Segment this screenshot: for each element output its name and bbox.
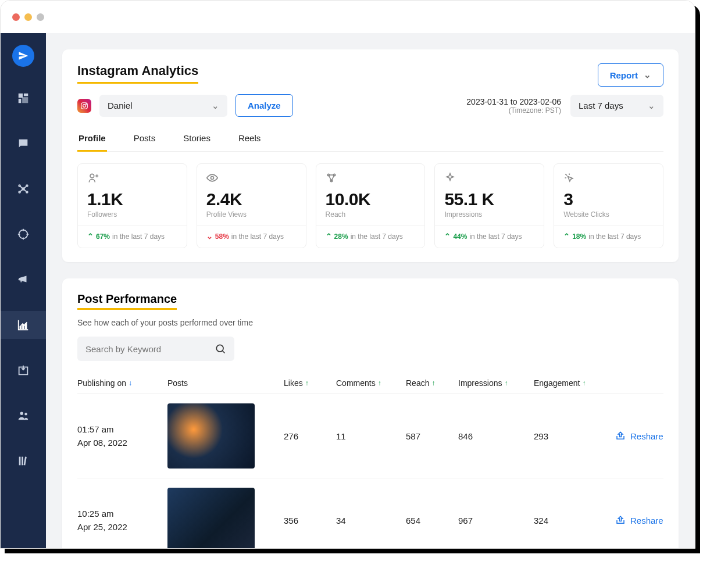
stat-value: 3 xyxy=(563,189,654,209)
profile-select[interactable]: Daniel ⌄ xyxy=(99,95,227,117)
search-field[interactable] xyxy=(85,344,202,354)
post-thumbnail xyxy=(167,488,255,548)
reshare-button[interactable]: Reshare xyxy=(615,515,679,525)
nav-inbox[interactable] xyxy=(1,356,46,384)
posts-table: Publishing on↓ Posts Likes↑ Comments↑ Re… xyxy=(77,373,663,548)
stat-period: in the last 7 days xyxy=(469,233,522,241)
nav-messages[interactable] xyxy=(1,130,46,158)
col-comments[interactable]: Comments↑ xyxy=(336,378,406,388)
report-button[interactable]: Report ⌄ xyxy=(598,63,663,87)
svg-point-23 xyxy=(24,413,27,416)
people-icon xyxy=(17,409,30,422)
cell-publishing: 10:25 am Apr 25, 2022 xyxy=(77,509,167,532)
timezone-text: (Timezone: PST) xyxy=(466,106,561,115)
cell-likes: 356 xyxy=(284,516,336,525)
sort-up-icon: ↑ xyxy=(504,379,508,387)
user-icon xyxy=(87,172,177,186)
analyze-button[interactable]: Analyze xyxy=(235,94,293,117)
cell-likes: 276 xyxy=(284,431,336,441)
stat-delta: 28% xyxy=(334,233,348,241)
stat-label: Reach xyxy=(326,210,416,219)
tab-reels[interactable]: Reels xyxy=(237,127,262,151)
window-close-icon[interactable] xyxy=(12,13,20,21)
grid-icon xyxy=(17,92,30,105)
sort-up-icon: ↑ xyxy=(378,379,381,387)
app-body: Instagram Analytics Report ⌄ Daniel ⌄ xyxy=(1,33,695,548)
table-row: 10:25 am Apr 25, 2022 356 34 654 967 324… xyxy=(77,478,663,548)
profile-select-value: Daniel xyxy=(108,101,133,110)
svg-rect-3 xyxy=(22,97,28,103)
table-row: 01:57 am Apr 08, 2022 276 11 587 846 293… xyxy=(77,394,663,478)
network-icon xyxy=(17,183,30,195)
chevron-down-icon: ⌄ xyxy=(648,101,655,111)
app-logo[interactable] xyxy=(12,45,34,67)
cell-comments: 34 xyxy=(336,516,406,525)
share-icon xyxy=(615,431,626,441)
svg-rect-18 xyxy=(20,327,22,329)
nav-target[interactable] xyxy=(1,220,46,248)
svg-rect-1 xyxy=(24,94,28,96)
nav-analytics[interactable] xyxy=(1,311,46,339)
cell-reach: 654 xyxy=(406,516,458,525)
col-publishing-on[interactable]: Publishing on↓ xyxy=(77,378,167,388)
section-subtitle: See how each of your posts performed ove… xyxy=(77,318,663,327)
col-engagement[interactable]: Engagement↑ xyxy=(534,378,615,388)
cell-reach: 587 xyxy=(406,431,458,441)
stats-row: 1.1K Followers ⌃67%in the last 7 days 2.… xyxy=(77,163,663,248)
nav-library[interactable] xyxy=(1,447,46,475)
cell-engagement: 293 xyxy=(534,431,615,441)
col-likes[interactable]: Likes↑ xyxy=(284,378,336,388)
stat-profile-views: 2.4K Profile Views ⌄58%in the last 7 day… xyxy=(197,163,306,248)
stat-delta: 44% xyxy=(453,233,467,241)
cell-date: Apr 08, 2022 xyxy=(77,438,167,448)
cell-thumbnail[interactable] xyxy=(167,403,284,469)
main-content: Instagram Analytics Report ⌄ Daniel ⌄ xyxy=(46,33,695,548)
date-range-select[interactable]: Last 7 days ⌄ xyxy=(570,95,663,117)
svg-point-33 xyxy=(210,177,213,180)
svg-point-30 xyxy=(90,174,94,178)
nav-dashboard[interactable] xyxy=(1,84,46,112)
paper-plane-icon xyxy=(18,51,28,61)
svg-point-43 xyxy=(216,345,223,352)
stat-period: in the last 7 days xyxy=(231,233,284,241)
sidebar xyxy=(1,33,46,548)
arrow-up-icon: ⌃ xyxy=(326,232,332,241)
search-input[interactable] xyxy=(77,337,234,361)
nav-network[interactable] xyxy=(1,175,46,203)
library-icon xyxy=(17,455,30,467)
sort-up-icon: ↑ xyxy=(305,379,309,387)
svg-line-44 xyxy=(223,351,225,353)
window-minimize-icon[interactable] xyxy=(24,13,32,21)
svg-point-29 xyxy=(86,103,87,104)
col-posts[interactable]: Posts xyxy=(167,378,284,388)
nav-campaigns[interactable] xyxy=(1,266,46,294)
window-maximize-icon[interactable] xyxy=(37,13,44,21)
reshare-button[interactable]: Reshare xyxy=(615,431,679,441)
svg-line-40 xyxy=(566,174,568,176)
cell-thumbnail[interactable] xyxy=(167,488,284,548)
cell-time: 10:25 am xyxy=(77,509,167,518)
arrow-down-icon: ⌄ xyxy=(206,232,213,241)
cell-impressions: 967 xyxy=(458,516,534,525)
share-icon xyxy=(615,515,626,525)
section-title: Post Performance xyxy=(77,292,177,310)
svg-rect-0 xyxy=(19,94,23,98)
tab-posts[interactable]: Posts xyxy=(133,127,157,151)
post-thumbnail xyxy=(167,403,255,469)
analytics-icon xyxy=(17,319,30,331)
inbox-icon xyxy=(17,364,30,377)
nav-team[interactable] xyxy=(1,402,46,430)
svg-rect-2 xyxy=(19,99,22,103)
col-reach[interactable]: Reach↑ xyxy=(406,378,458,388)
cell-engagement: 324 xyxy=(534,516,615,525)
arrow-up-icon: ⌃ xyxy=(87,232,94,241)
chat-icon xyxy=(17,137,30,150)
reshare-label: Reshare xyxy=(630,431,663,441)
tab-profile[interactable]: Profile xyxy=(77,127,107,152)
crosshair-icon xyxy=(17,228,30,241)
col-impressions[interactable]: Impressions↑ xyxy=(458,378,534,388)
stat-value: 10.0K xyxy=(326,189,416,209)
sparkle-icon xyxy=(444,172,534,186)
tab-stories[interactable]: Stories xyxy=(182,127,212,151)
cell-publishing: 01:57 am Apr 08, 2022 xyxy=(77,424,167,448)
